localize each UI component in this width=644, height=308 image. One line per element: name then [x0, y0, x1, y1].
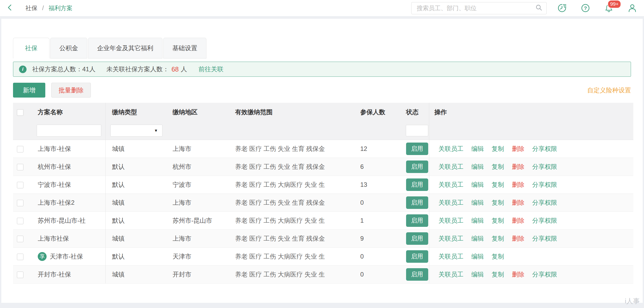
row-action-link[interactable]: 复制 — [492, 217, 504, 224]
payment-type-filter-select[interactable]: ▼ — [110, 125, 162, 137]
row-action-link[interactable]: 删除 — [512, 145, 525, 152]
status-badge[interactable]: 启用 — [406, 250, 428, 263]
row-action-link[interactable]: 编辑 — [471, 199, 484, 206]
row-action-link[interactable]: 删除 — [512, 163, 525, 170]
row-action-link[interactable]: 删除 — [512, 217, 525, 224]
row-action-link[interactable]: 复制 — [492, 181, 504, 188]
row-action-link[interactable]: 删除 — [512, 235, 525, 242]
row-action-link[interactable]: 复制 — [492, 253, 504, 260]
select-all-checkbox[interactable] — [17, 109, 23, 116]
tab-item[interactable]: 基础设置 — [163, 38, 206, 59]
status-badge[interactable]: 启用 — [406, 143, 428, 155]
row-action-link[interactable]: 关联员工 — [439, 235, 464, 242]
row-action-link[interactable]: 关联员工 — [439, 199, 464, 206]
valid-scope-cell: 养老 医疗 工伤 大病医疗 失业 生 — [233, 265, 354, 283]
header-payment-region: 缴纳地区 — [168, 103, 233, 121]
batch-delete-button[interactable]: 批量删除 — [51, 83, 91, 98]
insured-count-cell: 6 — [354, 158, 402, 176]
status-badge[interactable]: 启用 — [406, 178, 428, 191]
help-icon[interactable]: ? — [580, 3, 590, 13]
table-header-row: 方案名称 缴纳类型 缴纳地区 有效缴纳范围 参保人数 状态 操作 — [13, 103, 633, 121]
plan-name-filter-input[interactable] — [37, 125, 101, 137]
row-action-link[interactable]: 编辑 — [471, 181, 484, 188]
row-action-link[interactable]: 分享权限 — [532, 145, 557, 152]
custom-insurance-settings-link[interactable]: 自定义险种设置 — [587, 86, 631, 94]
row-action-link[interactable]: 复制 — [492, 145, 504, 152]
row-action-link[interactable]: 关联员工 — [439, 253, 464, 260]
search-input[interactable] — [416, 4, 535, 12]
table-row: 上海市-社保2城镇上海市养老 医疗 工伤 失业 生育 残保金0启用关联员工编辑复… — [13, 194, 633, 211]
row-checkbox[interactable] — [17, 200, 23, 206]
payment-type-cell: 默认 — [105, 247, 168, 265]
history-icon[interactable] — [557, 3, 567, 13]
tab-item[interactable]: 公积金 — [50, 38, 87, 59]
status-filter-input[interactable] — [406, 125, 428, 136]
search-icon[interactable] — [535, 4, 543, 12]
plan-name-cell: 上海市-社保2 — [27, 194, 105, 211]
row-action-link[interactable]: 编辑 — [471, 235, 484, 242]
row-action-link[interactable]: 关联员工 — [439, 181, 464, 188]
row-action-link[interactable]: 编辑 — [471, 163, 484, 170]
plan-name-cell: 享天津市-社保 — [27, 247, 105, 265]
breadcrumb-parent[interactable]: 社保 — [26, 4, 37, 12]
tab-item[interactable]: 社保 — [13, 38, 49, 59]
row-checkbox-cell — [13, 247, 27, 265]
row-action-link[interactable]: 分享权限 — [532, 163, 557, 170]
status-badge[interactable]: 启用 — [406, 214, 428, 227]
row-checkbox[interactable] — [17, 146, 23, 152]
plan-name-cell: 上海市-社保 — [27, 140, 105, 158]
status-badge[interactable]: 启用 — [406, 196, 428, 209]
status-badge[interactable]: 启用 — [406, 161, 428, 173]
brand-watermark: i人事 — [625, 297, 640, 306]
status-badge[interactable]: 启用 — [406, 232, 428, 245]
table-row: 享天津市-社保默认天津市养老 医疗 工伤 大病医疗 失业 生0启用关联员工编辑复… — [13, 247, 633, 265]
banner-total-value: 41人 — [82, 65, 96, 73]
row-action-link[interactable]: 分享权限 — [532, 199, 557, 206]
go-to-link-button[interactable]: 前往关联 — [199, 65, 224, 73]
global-search[interactable] — [411, 2, 547, 14]
plan-name-cell: 宁波市-社保 — [27, 176, 105, 194]
row-checkbox[interactable] — [17, 182, 23, 188]
notifications-bell-icon[interactable]: 99+ — [604, 3, 614, 13]
plan-name: 天津市-社保 — [50, 252, 83, 261]
row-action-link[interactable]: 删除 — [512, 271, 525, 278]
payment-region-cell: 苏州市-昆山市 — [168, 211, 233, 229]
row-action-link[interactable]: 关联员工 — [439, 145, 464, 152]
tab-item[interactable]: 企业年金及其它福利 — [88, 38, 162, 59]
row-checkbox[interactable] — [17, 164, 23, 170]
back-button[interactable] — [7, 3, 14, 13]
row-action-link[interactable]: 编辑 — [471, 253, 484, 260]
add-button[interactable]: 新增 — [13, 83, 45, 98]
valid-scope-cell: 养老 医疗 工伤 失业 生育 残保金 — [233, 158, 354, 176]
breadcrumb: 社保 / 福利方案 — [26, 4, 72, 12]
row-checkbox[interactable] — [17, 236, 23, 242]
row-action-link[interactable]: 分享权限 — [532, 271, 557, 278]
status-cell: 启用 — [402, 194, 429, 211]
actions-cell: 关联员工编辑复制删除分享权限 — [429, 229, 633, 247]
row-action-link[interactable]: 删除 — [512, 199, 525, 206]
row-action-link[interactable]: 分享权限 — [532, 217, 557, 224]
row-action-link[interactable]: 复制 — [492, 163, 504, 170]
breadcrumb-current: 福利方案 — [48, 4, 72, 12]
row-action-link[interactable]: 复制 — [492, 235, 504, 242]
status-badge[interactable]: 启用 — [406, 268, 428, 281]
status-cell: 启用 — [402, 140, 429, 158]
row-action-link[interactable]: 关联员工 — [439, 271, 464, 278]
row-action-link[interactable]: 关联员工 — [439, 163, 464, 170]
row-action-link[interactable]: 编辑 — [471, 271, 484, 278]
row-action-link[interactable]: 复制 — [492, 271, 504, 278]
row-action-link[interactable]: 关联员工 — [439, 217, 464, 224]
row-action-link[interactable]: 删除 — [512, 181, 525, 188]
row-action-link[interactable]: 分享权限 — [532, 181, 557, 188]
user-profile-icon[interactable] — [627, 3, 637, 13]
plan-name: 苏州市-昆山市-社 — [38, 216, 86, 225]
row-action-link[interactable]: 复制 — [492, 199, 504, 206]
header-payment-type: 缴纳类型 — [105, 103, 168, 121]
header-actions: 操作 — [429, 103, 633, 121]
row-action-link[interactable]: 编辑 — [471, 145, 484, 152]
row-checkbox[interactable] — [17, 218, 23, 224]
row-checkbox[interactable] — [17, 272, 23, 278]
row-action-link[interactable]: 分享权限 — [532, 235, 557, 242]
row-checkbox[interactable] — [17, 254, 23, 260]
row-action-link[interactable]: 编辑 — [471, 217, 484, 224]
